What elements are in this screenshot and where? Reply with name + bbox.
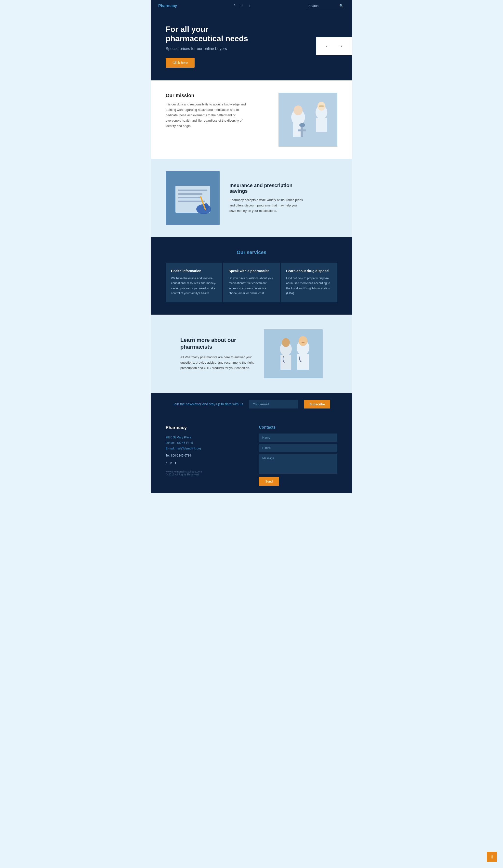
- mission-title: Our mission: [165, 93, 249, 98]
- search-form: 🔍: [307, 3, 345, 8]
- svg-rect-9: [316, 118, 327, 132]
- pharmacists-text: Learn more about our pharmacists All Pha…: [180, 337, 254, 371]
- mission-text: Our mission It is our duty and responsib…: [165, 93, 249, 129]
- social-links: f in t: [232, 4, 252, 8]
- pharmacists-image: [264, 329, 323, 378]
- insurance-title: Insurance and prescription savings: [229, 183, 303, 194]
- service-body-pharmacist: Do you have questions about your medicat…: [229, 276, 274, 296]
- service-card-pharmacist: Speak with a pharmacist Do you have ques…: [223, 262, 280, 302]
- services-grid: Health information We have the online an…: [165, 262, 338, 302]
- footer-website: www.theimagefirstcollege.com: [165, 470, 244, 473]
- pharmacists-body: All Pharmacy pharmacists are here to ans…: [180, 354, 254, 371]
- insurance-body: Pharmacy accepts a wide variety of insur…: [229, 197, 303, 214]
- svg-point-2: [294, 105, 303, 115]
- footer-email[interactable]: mail@demolink.org: [176, 447, 201, 450]
- svg-point-6: [299, 123, 305, 127]
- footer-address-line2: London, SC 45 Fr 45: [165, 441, 193, 445]
- svg-rect-23: [280, 355, 291, 370]
- svg-rect-10: [319, 105, 324, 107]
- footer-copyright: www.theimagefirstcollege.com © 2016 All …: [165, 470, 244, 476]
- footer-address-line1: 9870 St Mary Place,: [165, 436, 192, 439]
- footer-email-input[interactable]: [259, 444, 338, 452]
- service-title-health: Health information: [171, 269, 217, 273]
- mission-image: [279, 93, 338, 147]
- newsletter-email-input[interactable]: [249, 400, 298, 409]
- newsletter-section: Join the newsletter and stay up to date …: [151, 393, 352, 415]
- insurance-text: Insurance and prescription savings Pharm…: [229, 183, 303, 214]
- footer-copyright-text: © 2016 All Rights Reserved: [165, 473, 199, 476]
- svg-rect-13: [178, 189, 207, 191]
- navbar: Pharmacy f in t 🔍: [151, 0, 352, 12]
- search-input[interactable]: [309, 4, 338, 8]
- hero-subtitle: Special prices for our online buyers: [165, 46, 249, 51]
- insurance-section: Insurance and prescription savings Pharm…: [151, 159, 352, 237]
- footer-contact-form: Send: [259, 434, 338, 486]
- footer-facebook-icon[interactable]: f: [165, 461, 167, 465]
- insurance-image: [165, 171, 220, 225]
- svg-rect-14: [178, 193, 202, 195]
- footer-send-button[interactable]: Send: [259, 477, 279, 486]
- footer-message-input[interactable]: [259, 454, 338, 474]
- service-title-pharmacist: Speak with a pharmacist: [229, 269, 274, 273]
- hero-navigation: ← →: [316, 37, 352, 55]
- footer-tel: Tel: 800-2345-6789: [165, 454, 244, 457]
- service-title-disposal: Learn about drug disposal: [286, 269, 332, 273]
- footer-name-input[interactable]: [259, 434, 338, 442]
- service-body-disposal: Find out how to properly dispose of unus…: [286, 276, 332, 296]
- svg-rect-26: [297, 354, 309, 370]
- search-icon[interactable]: 🔍: [339, 4, 343, 8]
- twitter-icon[interactable]: t: [248, 4, 252, 8]
- svg-rect-5: [298, 130, 306, 132]
- svg-rect-20: [264, 329, 323, 378]
- svg-point-25: [299, 336, 308, 346]
- brand-logo[interactable]: Pharmacy: [158, 4, 177, 8]
- svg-rect-16: [178, 200, 205, 202]
- newsletter-subscribe-button[interactable]: Subscribe: [304, 400, 330, 409]
- footer-contacts-title: Contacts: [259, 425, 338, 430]
- footer-right: Contacts Send: [259, 425, 338, 486]
- footer-email-label: E-mail:: [165, 447, 175, 450]
- service-card-disposal: Learn about drug disposal Find out how t…: [281, 262, 338, 302]
- hero-content: For all your pharmaceutical needs Specia…: [165, 24, 249, 68]
- hero-title: For all your pharmaceutical needs: [165, 24, 249, 43]
- svg-rect-0: [279, 93, 338, 147]
- next-slide-button[interactable]: →: [338, 43, 343, 49]
- newsletter-text: Join the newsletter and stay up to date …: [173, 402, 243, 406]
- svg-rect-15: [178, 197, 200, 198]
- facebook-icon[interactable]: f: [232, 4, 236, 8]
- footer: Pharmacy 9870 St Mary Place, London, SC …: [151, 415, 352, 493]
- footer-social: f in t: [165, 461, 244, 465]
- services-section: Our services Health information We have …: [151, 237, 352, 314]
- footer-address: 9870 St Mary Place, London, SC 45 Fr 45 …: [165, 435, 244, 452]
- svg-point-22: [282, 338, 290, 347]
- hero-cta-button[interactable]: Click here: [165, 58, 194, 68]
- mission-body: It is our duty and responsibility to acq…: [165, 102, 249, 129]
- prev-slide-button[interactable]: ←: [325, 43, 331, 49]
- service-card-health: Health information We have the online an…: [165, 262, 222, 302]
- linkedin-icon[interactable]: in: [240, 4, 244, 8]
- service-body-health: We have the online and in-store educatio…: [171, 276, 217, 296]
- pharmacists-section: Learn more about our pharmacists All Pha…: [151, 314, 352, 393]
- hero-section: For all your pharmaceutical needs Specia…: [151, 12, 352, 80]
- services-title: Our services: [165, 250, 338, 255]
- footer-twitter-icon[interactable]: t: [175, 461, 176, 465]
- footer-left: Pharmacy 9870 St Mary Place, London, SC …: [165, 425, 244, 486]
- footer-brand: Pharmacy: [165, 425, 244, 430]
- mission-section: Our mission It is our duty and responsib…: [151, 80, 352, 159]
- pharmacists-title: Learn more about our pharmacists: [180, 337, 254, 351]
- footer-linkedin-icon[interactable]: in: [170, 461, 172, 465]
